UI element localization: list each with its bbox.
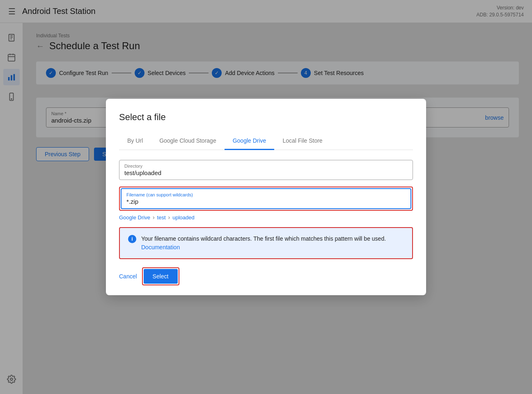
file-path-breadcrumb: Google Drive › test › uploaded xyxy=(119,214,413,221)
documentation-link[interactable]: Documentation xyxy=(141,244,180,251)
wildcard-info-box: i Your filename contains wildcard charac… xyxy=(119,227,413,259)
dialog-title: Select a file xyxy=(119,112,413,123)
select-file-dialog: Select a file By Url Google Cloud Storag… xyxy=(106,99,426,295)
tab-local-file[interactable]: Local File Store xyxy=(274,132,330,150)
filename-field: Filename (can support wildcards) xyxy=(121,188,411,209)
tab-by-url[interactable]: By Url xyxy=(119,132,151,150)
select-button-wrapper: Select xyxy=(142,267,179,285)
tab-google-drive[interactable]: Google Drive xyxy=(225,132,275,150)
file-path-uploaded[interactable]: uploaded xyxy=(172,214,195,221)
filename-red-outline: Filename (can support wildcards) xyxy=(119,187,413,211)
directory-input[interactable] xyxy=(124,169,408,176)
info-message: Your filename contains wildcard characte… xyxy=(141,235,404,252)
dialog-cancel-button[interactable]: Cancel xyxy=(119,273,137,280)
file-path-google-drive[interactable]: Google Drive xyxy=(119,214,150,221)
file-path-sep-1: › xyxy=(153,214,155,221)
directory-label: Directory xyxy=(124,164,408,169)
filename-label: Filename (can support wildcards) xyxy=(126,192,406,197)
directory-field: Directory xyxy=(119,160,413,180)
file-path-test[interactable]: test xyxy=(157,214,166,221)
tab-google-cloud[interactable]: Google Cloud Storage xyxy=(151,132,225,150)
dialog-action-buttons: Cancel Select xyxy=(119,267,413,285)
file-path-sep-2: › xyxy=(168,214,170,221)
filename-input[interactable] xyxy=(126,198,406,205)
info-icon: i xyxy=(128,235,136,243)
dialog-overlay: Select a file By Url Google Cloud Storag… xyxy=(0,0,532,394)
dialog-tabs: By Url Google Cloud Storage Google Drive… xyxy=(119,132,413,150)
select-button[interactable]: Select xyxy=(144,269,178,284)
